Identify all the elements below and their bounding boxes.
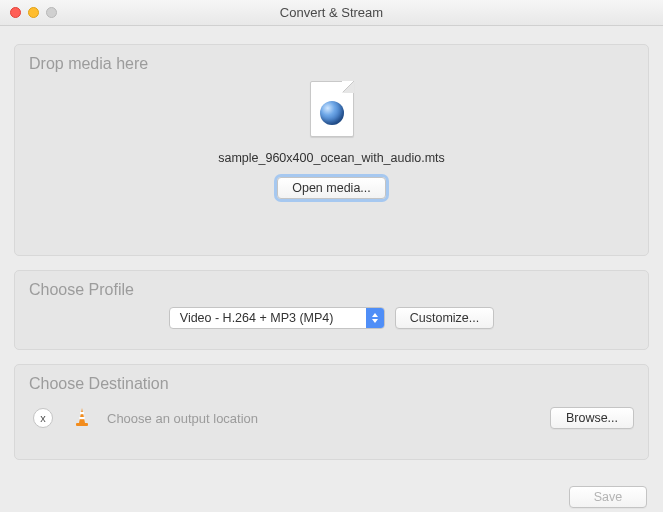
choose-destination-panel: Choose Destination x Choose an output lo… [14, 364, 649, 460]
browse-label: Browse... [566, 411, 618, 425]
save-label: Save [594, 490, 623, 504]
profile-select[interactable]: Video - H.264 + MP3 (MP4) [169, 307, 385, 329]
customize-button[interactable]: Customize... [395, 307, 494, 329]
zoom-window-button [46, 7, 57, 18]
minimize-window-button[interactable] [28, 7, 39, 18]
svg-rect-1 [79, 417, 84, 419]
customize-label: Customize... [410, 311, 479, 325]
drop-area[interactable]: sample_960x400_ocean_with_audio.mts Open… [29, 81, 634, 199]
svg-rect-0 [80, 412, 84, 414]
titlebar: Convert & Stream [0, 0, 663, 26]
select-stepper-icon [366, 308, 384, 328]
remove-destination-button[interactable]: x [33, 408, 53, 428]
close-window-button[interactable] [10, 7, 21, 18]
choose-profile-heading: Choose Profile [29, 281, 634, 299]
open-media-label: Open media... [292, 181, 371, 195]
traffic-lights [0, 7, 57, 18]
open-media-button[interactable]: Open media... [277, 177, 386, 199]
profile-selected-value: Video - H.264 + MP3 (MP4) [180, 311, 366, 325]
media-filename: sample_960x400_ocean_with_audio.mts [218, 151, 445, 165]
choose-profile-panel: Choose Profile Video - H.264 + MP3 (MP4)… [14, 270, 649, 350]
drop-media-panel[interactable]: Drop media here sample_960x400_ocean_wit… [14, 44, 649, 256]
footer-bar: Save [0, 484, 663, 508]
browse-button[interactable]: Browse... [550, 407, 634, 429]
drop-media-heading: Drop media here [29, 55, 634, 73]
remove-x-icon: x [40, 412, 46, 424]
destination-placeholder: Choose an output location [107, 411, 550, 426]
window-title: Convert & Stream [0, 5, 663, 20]
choose-destination-heading: Choose Destination [29, 375, 634, 393]
content: Drop media here sample_960x400_ocean_wit… [0, 26, 663, 484]
media-file-icon [310, 81, 354, 137]
vlc-cone-icon [71, 407, 93, 429]
save-button[interactable]: Save [569, 486, 647, 508]
svg-rect-2 [76, 423, 88, 426]
